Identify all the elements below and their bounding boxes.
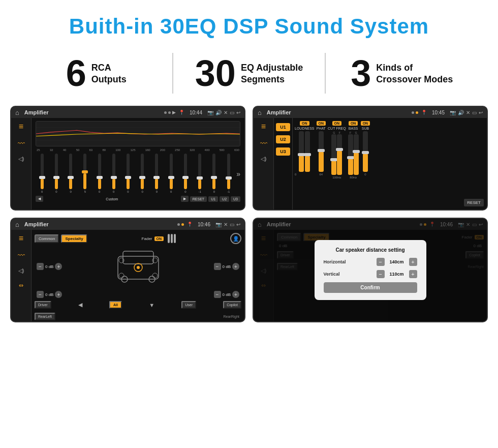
slider-track-3[interactable] xyxy=(69,154,72,189)
person-icon[interactable]: 👤 xyxy=(230,233,241,244)
left-arrow[interactable]: ◀ xyxy=(78,302,82,308)
cutfreq-f-slider[interactable] xyxy=(337,134,342,175)
left-front-plus[interactable]: + xyxy=(55,263,62,270)
slider-track-12[interactable] xyxy=(198,154,201,189)
slider-track-6[interactable] xyxy=(112,154,115,189)
u1-btn[interactable]: U1 xyxy=(208,196,218,202)
slider-track-9[interactable] xyxy=(155,154,158,189)
reset-btn[interactable]: RESET xyxy=(190,196,207,202)
right-front-plus[interactable]: + xyxy=(232,263,239,270)
prev-btn[interactable]: ◀ xyxy=(36,196,43,202)
u3-btn[interactable]: U3 xyxy=(231,196,240,202)
driver-btn[interactable]: Driver xyxy=(35,301,51,309)
user-btn-loc[interactable]: User xyxy=(181,301,196,309)
slider-col-7[interactable]: 0 xyxy=(121,154,134,194)
all-btn[interactable]: All xyxy=(109,301,122,309)
slider-thumb-4[interactable] xyxy=(82,170,88,173)
slider-thumb-3[interactable] xyxy=(68,176,74,179)
slider-track-2[interactable] xyxy=(55,154,58,189)
slider-col-12[interactable]: -1 xyxy=(194,154,206,194)
vertical-minus[interactable]: − xyxy=(377,270,385,278)
horizontal-plus[interactable]: + xyxy=(409,258,417,266)
bass-f-slider[interactable] xyxy=(348,134,353,175)
specialty-btn[interactable]: Specialty xyxy=(61,234,87,243)
home-icon[interactable]: ⌂ xyxy=(15,109,19,116)
cutfreq-f-thumb[interactable] xyxy=(336,148,343,151)
left-rear-plus[interactable]: + xyxy=(55,291,62,298)
slider-col-8[interactable]: 0 xyxy=(136,154,149,194)
home-icon-2[interactable]: ⌂ xyxy=(258,109,262,116)
phat-on[interactable]: ON xyxy=(317,121,326,126)
right-rear-plus[interactable]: + xyxy=(232,291,239,298)
u3-preset-btn[interactable]: U3 xyxy=(276,147,290,156)
slider-thumb-7[interactable] xyxy=(125,176,131,179)
wave-icon-1[interactable]: 〰 xyxy=(18,139,25,147)
play-eq-btn[interactable]: ▶ xyxy=(181,196,189,202)
reset-btn-2[interactable]: RESET xyxy=(464,199,484,206)
arrows-icon-3[interactable]: ⇔ xyxy=(19,282,23,289)
slider-track-11[interactable] xyxy=(184,154,187,189)
cutfreq-g-slider[interactable] xyxy=(331,134,336,175)
home-icon-3[interactable]: ⌂ xyxy=(15,221,19,228)
bass-on[interactable]: ON xyxy=(349,121,358,126)
cutfreq-on[interactable]: ON xyxy=(332,121,342,126)
speaker-icon-1[interactable]: ◁) xyxy=(18,156,24,162)
slider-col-1[interactable]: 0 xyxy=(36,154,48,194)
slider-thumb-14[interactable] xyxy=(226,176,232,180)
slider-thumb-10[interactable] xyxy=(168,176,174,179)
slider-col-11[interactable]: 0 xyxy=(179,154,192,194)
slider-track-7[interactable] xyxy=(127,154,130,189)
speaker-icon-3[interactable]: ◁) xyxy=(18,267,24,274)
sub-slider[interactable] xyxy=(363,131,368,172)
speaker-icon-2[interactable]: ◁) xyxy=(261,156,267,162)
slider-track-4[interactable] xyxy=(83,154,86,189)
phat-thumb[interactable] xyxy=(318,149,325,152)
bass-f-thumb[interactable] xyxy=(347,156,354,159)
vertical-plus[interactable]: + xyxy=(409,270,417,278)
phat-slider[interactable] xyxy=(319,131,324,172)
slider-thumb-13[interactable] xyxy=(211,176,217,179)
slider-thumb-9[interactable] xyxy=(153,176,160,179)
slider-track-14[interactable] xyxy=(227,154,230,189)
slider-col-14[interactable]: -1 xyxy=(222,154,235,194)
u2-preset-btn[interactable]: U2 xyxy=(276,135,290,143)
cutfreq-g-thumb[interactable] xyxy=(330,158,337,161)
loudness-slider-r[interactable] xyxy=(305,131,310,172)
horizontal-minus[interactable]: − xyxy=(377,258,385,266)
u1-preset-btn[interactable]: U1 xyxy=(276,123,290,131)
right-front-minus[interactable]: − xyxy=(214,263,221,270)
wave-icon-3[interactable]: 〰 xyxy=(18,251,25,259)
confirm-btn[interactable]: Confirm xyxy=(324,282,417,293)
expand-icon[interactable]: » xyxy=(236,170,240,178)
down-arrow[interactable]: ▼ xyxy=(149,302,154,308)
loudness-slider-l[interactable] xyxy=(299,131,304,172)
fader-on[interactable]: ON xyxy=(154,236,164,241)
bass-g-slider[interactable] xyxy=(354,134,359,175)
loudness-on[interactable]: ON xyxy=(300,121,309,126)
slider-col-2[interactable]: 0 xyxy=(50,154,63,194)
left-rear-minus[interactable]: − xyxy=(37,291,44,298)
slider-col-5[interactable]: 0 xyxy=(93,154,106,194)
eq-icon-3[interactable]: ≡ xyxy=(19,234,23,243)
common-btn[interactable]: Common xyxy=(35,234,59,243)
eq-icon[interactable]: ≡ xyxy=(19,122,23,131)
right-rear-minus[interactable]: − xyxy=(214,291,221,298)
slider-thumb-2[interactable] xyxy=(53,176,59,179)
slider-col-6[interactable]: 0 xyxy=(107,154,120,194)
rearleft-btn[interactable]: RearLeft xyxy=(35,313,55,320)
slider-track-13[interactable] xyxy=(212,154,215,189)
loudness-thumb-r[interactable] xyxy=(304,153,311,156)
sub-on[interactable]: ON xyxy=(361,121,370,126)
copilot-btn[interactable]: Copilot xyxy=(223,301,241,309)
slider-thumb-11[interactable] xyxy=(182,176,189,179)
slider-track-1[interactable] xyxy=(41,154,44,189)
left-front-minus[interactable]: − xyxy=(37,263,44,270)
slider-track-10[interactable] xyxy=(170,154,173,189)
slider-track-8[interactable] xyxy=(141,154,144,189)
slider-col-10[interactable]: 0 xyxy=(165,154,177,194)
eq-icon-2[interactable]: ≡ xyxy=(261,122,266,131)
slider-thumb-6[interactable] xyxy=(111,176,117,179)
slider-col-4[interactable]: 5 xyxy=(79,154,91,194)
slider-track-5[interactable] xyxy=(98,154,101,189)
u2-btn[interactable]: U2 xyxy=(220,196,229,202)
